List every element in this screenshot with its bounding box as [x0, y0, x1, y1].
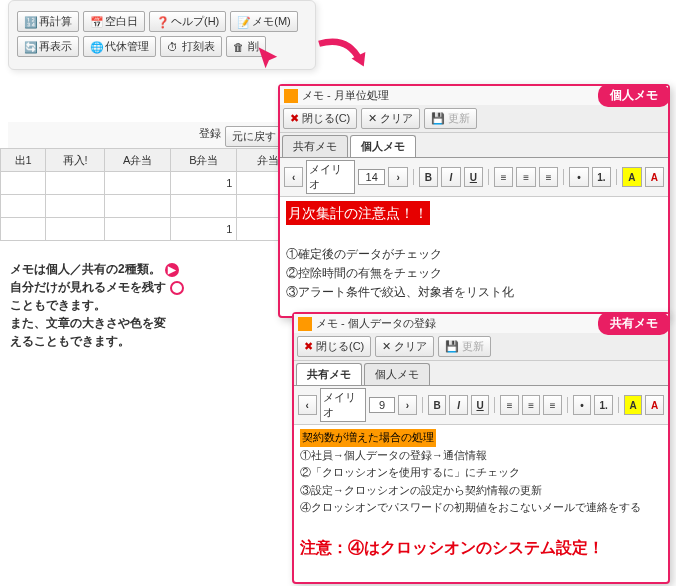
delete-icon: 🗑 — [233, 41, 245, 53]
highlight-button[interactable]: A — [624, 395, 643, 415]
table-row — [1, 195, 310, 218]
decrease-icon[interactable]: ‹ — [284, 167, 303, 187]
table-row: 1500 — [1, 172, 310, 195]
bold-button[interactable]: B — [419, 167, 438, 187]
memo-window-personal: 個人メモ メモ - 月単位処理 ✖閉じる(C) ✕クリア 💾更新 共有メモ 個人… — [278, 84, 670, 318]
undo-button[interactable]: 元に戻す — [225, 126, 283, 147]
update-button[interactable]: 💾更新 — [424, 108, 477, 129]
tab-personal[interactable]: 個人メモ — [350, 135, 416, 157]
explain-text: メモは個人／共有の2種類。▶ 自分だけが見れるメモを残す こともできます。 また… — [10, 260, 250, 350]
memo-line: ②控除時間の有無をチェック — [286, 264, 662, 283]
app-icon — [298, 317, 312, 331]
underline-button[interactable]: U — [464, 167, 483, 187]
bullet-outline-icon — [170, 281, 184, 295]
note-icon: 📝 — [237, 16, 249, 28]
align-center-button[interactable]: ≡ — [516, 167, 535, 187]
calc-icon: 🔢 — [24, 16, 36, 28]
bento-table: 出1 再入! A弁当 B弁当 弁当代 1500 1500 — [0, 148, 310, 241]
col-rein: 再入! — [46, 149, 105, 172]
warning-text: 注意：④はクロッシオンのシステム設定！ — [300, 535, 662, 561]
close-button[interactable]: ✖閉じる(C) — [283, 108, 357, 129]
decrease-icon[interactable]: ‹ — [298, 395, 317, 415]
memo-line: ①確定後のデータがチェック — [286, 245, 662, 264]
italic-button[interactable]: I — [441, 167, 460, 187]
clear-button[interactable]: ✕クリア — [375, 336, 434, 357]
bullet-icon: ▶ — [165, 263, 179, 277]
color-button[interactable]: A — [645, 395, 664, 415]
highlight-text: 契約数が増えた場合の処理 — [300, 429, 436, 447]
col-out1: 出1 — [1, 149, 46, 172]
close-button[interactable]: ✖閉じる(C) — [297, 336, 371, 357]
list-ol-button[interactable]: 1. — [594, 395, 613, 415]
app-icon — [284, 89, 298, 103]
bold-button[interactable]: B — [428, 395, 447, 415]
tab-personal[interactable]: 個人メモ — [364, 363, 430, 385]
refresh-button[interactable]: 🔄再表示 — [17, 36, 79, 57]
align-center-button[interactable]: ≡ — [522, 395, 541, 415]
font-select[interactable]: メイリオ — [306, 160, 355, 194]
list-ul-button[interactable]: • — [573, 395, 592, 415]
memo-line: ①社員→個人データの登録→通信情報 — [300, 447, 662, 465]
refresh-icon: 🔄 — [24, 41, 36, 53]
col-b: B弁当 — [171, 149, 237, 172]
memo-line: ④クロッシオンでパスワードの初期値をおこないメールで連絡をする — [300, 499, 662, 517]
save-icon: 💾 — [431, 112, 445, 125]
table-row: 1500 — [1, 218, 310, 241]
memo-line: ②「クロッシオンを使用するに」にチェック — [300, 464, 662, 482]
align-left-button[interactable]: ≡ — [500, 395, 519, 415]
help-button[interactable]: ❓ヘルプ(H) — [149, 11, 226, 32]
close-icon: ✖ — [290, 112, 299, 125]
highlight-button[interactable]: A — [622, 167, 641, 187]
italic-button[interactable]: I — [449, 395, 468, 415]
table-header-row: 出1 再入! A弁当 B弁当 弁当代 — [1, 149, 310, 172]
flow-arrow-icon — [315, 30, 380, 90]
update-button[interactable]: 💾更新 — [438, 336, 491, 357]
stamp-button[interactable]: ⏱打刻表 — [160, 36, 222, 57]
badge-shared: 共有メモ — [598, 312, 670, 335]
memo-tabs: 共有メモ 個人メモ — [294, 361, 668, 386]
memo-line: ③設定→クロッシオンの設定から契約情報の更新 — [300, 482, 662, 500]
list-ol-button[interactable]: 1. — [592, 167, 611, 187]
increase-icon[interactable]: › — [398, 395, 417, 415]
format-toolbar: ‹ メイリオ 9 › B I U ≡ ≡ ≡ • 1. A A — [294, 386, 668, 425]
x-icon: ✕ — [368, 112, 377, 125]
editor-body[interactable]: 契約数が増えた場合の処理 ①社員→個人データの登録→通信情報 ②「クロッシオンを… — [294, 425, 668, 564]
memo-window-shared: 共有メモ メモ - 個人データの登録 ✖閉じる(C) ✕クリア 💾更新 共有メモ… — [292, 312, 670, 584]
x-icon: ✕ — [382, 340, 391, 353]
daiku-button[interactable]: 🌐代休管理 — [83, 36, 156, 57]
editor-body[interactable]: 月次集計の注意点！！ ①確定後のデータがチェック ②控除時間の有無をチェック ③… — [280, 197, 668, 306]
calendar-icon: 📅 — [90, 16, 102, 28]
badge-personal: 個人メモ — [598, 84, 670, 107]
help-icon: ❓ — [156, 16, 168, 28]
align-right-button[interactable]: ≡ — [543, 395, 562, 415]
window-title: メモ - 月単位処理 — [302, 88, 389, 103]
window-title: メモ - 個人データの登録 — [316, 316, 436, 331]
align-left-button[interactable]: ≡ — [494, 167, 513, 187]
blank-day-button[interactable]: 📅空白日 — [83, 11, 145, 32]
cursor-icon — [255, 45, 283, 73]
format-toolbar: ‹ メイリオ 14 › B I U ≡ ≡ ≡ • 1. A A — [280, 158, 668, 197]
highlight-text: 月次集計の注意点！！ — [286, 201, 430, 225]
register-label: 登録 — [199, 126, 221, 147]
col-a: A弁当 — [104, 149, 170, 172]
stamp-icon: ⏱ — [167, 41, 179, 53]
color-button[interactable]: A — [645, 167, 664, 187]
font-select[interactable]: メイリオ — [320, 388, 366, 422]
memo-button[interactable]: 📝メモ(M) — [230, 11, 298, 32]
align-right-button[interactable]: ≡ — [539, 167, 558, 187]
recalc-button[interactable]: 🔢再計算 — [17, 11, 79, 32]
underline-button[interactable]: U — [471, 395, 490, 415]
memo-line: ③アラート条件で絞込、対象者をリスト化 — [286, 283, 662, 302]
size-select[interactable]: 9 — [369, 397, 395, 413]
tab-shared[interactable]: 共有メモ — [296, 363, 362, 385]
tab-shared[interactable]: 共有メモ — [282, 135, 348, 157]
save-icon: 💾 — [445, 340, 459, 353]
size-select[interactable]: 14 — [358, 169, 385, 185]
memo-tabs: 共有メモ 個人メモ — [280, 133, 668, 158]
increase-icon[interactable]: › — [388, 167, 407, 187]
mgmt-icon: 🌐 — [90, 41, 102, 53]
close-icon: ✖ — [304, 340, 313, 353]
clear-button[interactable]: ✕クリア — [361, 108, 420, 129]
list-ul-button[interactable]: • — [569, 167, 588, 187]
